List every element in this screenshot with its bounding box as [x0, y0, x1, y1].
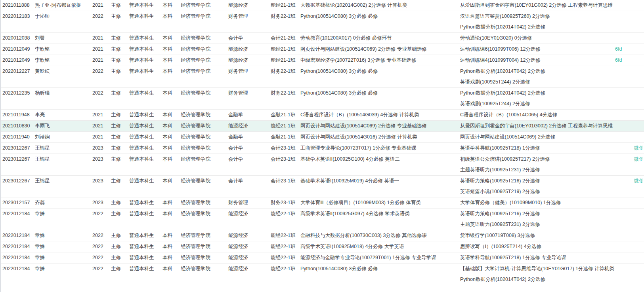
table-row[interactable]: 2023012267 王锦星 2023 主修 普通本科生 本科 经济管理学院 会… — [1, 154, 644, 176]
note-link[interactable]: 微信 — [610, 143, 642, 154]
grade-year-cell: 2023 — [92, 143, 111, 154]
table-row[interactable]: 2021011940 刘靖娴 2021 主修 普通本科生 本科 经济管理学院 金… — [1, 132, 644, 143]
table-row[interactable]: 2023012157 齐蕊 2023 主修 普通本科生 本科 经济管理学院 财务… — [1, 197, 644, 209]
education-level-cell: 本科 — [162, 230, 181, 241]
original-course-cell: Python(100514C080) 3分必修 必修 — [300, 66, 460, 77]
class-name-cell: 金融21-1班 — [271, 110, 300, 120]
student-id-cell: 2023012267 — [1, 176, 35, 186]
study-type-cell: 主修 — [111, 209, 129, 219]
student-category-cell: 普通本科生 — [129, 44, 162, 55]
major-cell: 财务管理 — [228, 197, 271, 208]
replacement-course-cell: 英语学科导航(100925T218) 1分选修 — [460, 143, 610, 154]
study-type-cell: 主修 — [111, 110, 129, 120]
major-cell: 财务管理 — [228, 66, 271, 77]
study-type-cell: 主修 — [111, 33, 129, 44]
original-course-cell: C语言程序设计（B）(100514G039) 4分选修 计算机类 — [300, 110, 460, 120]
education-level-cell: 本科 — [162, 44, 181, 55]
replacement-course-line: 思辨读写（Ⅰ）(100925T214) 4分选修 — [460, 241, 610, 252]
table-row[interactable]: 2021011888 热子亚·阿布都瓦依提 2021 主修 普通本科生 本科 经… — [1, 0, 644, 11]
note-link[interactable]: 6fd — [610, 55, 642, 66]
replacement-course-line: Python数据分析(102014T042) 2分选修 — [460, 88, 610, 99]
table-row[interactable]: 2022012184 章姝 2022 主修 普通本科生 本科 经济管理学院 能源… — [1, 252, 644, 264]
education-level-cell: 本科 — [162, 66, 181, 77]
table-row[interactable]: 2022012183 于沁晅 2022 主修 普通本科生 本科 经济管理学院 财… — [1, 11, 644, 33]
grade-year-cell: 2022 — [92, 230, 111, 241]
table-row[interactable]: 2022012184 章姝 2022 主修 普通本科生 本科 经济管理学院 能源… — [1, 209, 644, 230]
note-link[interactable]: 微信 — [610, 176, 642, 186]
replacement-course-cell: 英语学科导航(100925T218) 1分选修 专业导论课 — [460, 252, 610, 263]
student-category-cell: 普通本科生 — [129, 241, 162, 252]
grade-year-cell: 2021 — [92, 55, 111, 66]
note-link[interactable]: 微信 — [610, 154, 642, 165]
table-row[interactable]: 2020012038 刘謦 2021 主修 普通本科生 本科 经济管理学院 会计… — [1, 33, 644, 44]
replacement-course-line: 大学体育必修（健美）(101099M010) 1分选修 — [460, 197, 610, 208]
replacement-course-cell: Python数据分析(102014T042) 2分选修英语戏剧(100925T2… — [460, 88, 610, 109]
table-row[interactable]: 2023012267 王锦星 2023 主修 普通本科生 本科 经济管理学院 会… — [1, 176, 644, 197]
major-cell: 会计学 — [228, 143, 271, 154]
major-cell: 财务管理 — [228, 88, 271, 99]
original-course-cell: 大数据基础概论(102014G002) 2分选修 计算机类 — [300, 0, 460, 11]
grade-year-cell: 2023 — [92, 176, 111, 186]
student-category-cell: 普通本科生 — [129, 264, 162, 274]
grade-year-cell: 2022 — [92, 88, 111, 99]
replacement-course-line: 主题英语听力(100925T231) 2分选修 — [460, 165, 610, 175]
replacement-course-cell: 汉语名篇语言鉴赏(100925T260) 2分选修Python数据分析(1020… — [460, 11, 610, 32]
table-row[interactable]: 2023012267 王锦星 2023 主修 普通本科生 本科 经济管理学院 会… — [1, 143, 644, 154]
class-name-cell: 会计21-2班 — [271, 33, 300, 44]
replacement-course-cell: 从爱因斯坦到霍金的宇宙(10EY01G002) 2分选修 工程素养与计算思维 — [460, 0, 610, 11]
study-type-cell: 主修 — [111, 264, 129, 274]
college-cell: 经济管理学院 — [181, 33, 228, 44]
college-cell: 经济管理学院 — [181, 241, 228, 252]
replacement-course-cell: C语言程序设计（B）(100514C065) 4分选修 — [460, 110, 610, 120]
table-row[interactable]: 2021012049 李欣铭 2021 主修 普通本科生 本科 经济管理学院 能… — [1, 44, 644, 55]
replacement-course-line: Python数据分析(102014T042) 2分选修 — [460, 66, 610, 77]
college-cell: 经济管理学院 — [181, 143, 228, 154]
study-type-cell: 主修 — [111, 176, 129, 186]
major-cell: 能源经济 — [228, 209, 271, 219]
study-type-cell: 主修 — [111, 44, 129, 55]
table-row[interactable]: 2021011948 李亮 2021 主修 普通本科生 本科 经济管理学院 金融… — [1, 110, 644, 121]
original-course-cell: 中级宏观经济学(100722T016) 3分选修 专业基础选修 — [300, 55, 460, 66]
replacement-course-cell: 英语听力策略(100925T216) 2分选修主题英语听力(100925T231… — [460, 209, 610, 230]
education-level-cell: 本科 — [162, 33, 181, 44]
replacement-course-line: 英语戏剧(100925T244) 2分选修 — [460, 77, 610, 87]
table-row[interactable]: 2022012227 黄晗纭 2022 主修 普通本科生 本科 经济管理学院 财… — [1, 66, 644, 88]
table-row[interactable]: 2021010830 李雨飞 2021 主修 普通本科生 本科 经济管理学院 能… — [1, 121, 644, 132]
study-type-cell: 主修 — [111, 197, 129, 208]
table-row[interactable]: 2022012184 章姝 2022 主修 普通本科生 本科 经济管理学院 能源… — [1, 241, 644, 252]
student-id-cell: 2021011940 — [1, 132, 35, 142]
student-id-cell: 2023012267 — [1, 154, 35, 165]
education-level-cell: 本科 — [162, 11, 181, 22]
table-row[interactable]: 2021012049 李欣铭 2021 主修 普通本科生 本科 经济管理学院 能… — [1, 55, 644, 66]
original-course-cell: 高级学术英语Ⅰ(100925M018) 4分必修 大学英语 — [300, 241, 460, 252]
replacement-course-line: 网页设计与网站建设(100514C069) 2分选修 — [460, 132, 610, 142]
replacement-course-cell: 从爱因斯坦到霍金的宇宙(10EY01G002) 2分选修 工程素养与计算思维 — [460, 121, 610, 131]
original-course-cell: Python(100514C080) 3分必修 必修 — [300, 264, 460, 274]
student-id-cell: 2022012184 — [1, 264, 35, 274]
student-id-cell: 2021011888 — [1, 0, 35, 11]
student-category-cell: 普通本科生 — [129, 230, 162, 241]
study-type-cell: 主修 — [111, 230, 129, 241]
student-category-cell: 普通本科生 — [129, 88, 162, 99]
college-cell: 经济管理学院 — [181, 44, 228, 55]
original-course-cell: 能源经济与金融学专业导论(100729T001) 1分选修 专业导学课 — [300, 252, 460, 263]
table-row[interactable]: 2022012235 杨昕曈 2022 主修 普通本科生 本科 经济管理学院 财… — [1, 88, 644, 110]
replacement-course-cell: 运动训练课4(101099T004) 12分选修 — [460, 55, 610, 66]
student-category-cell: 普通本科生 — [129, 110, 162, 120]
major-cell: 能源经济 — [228, 252, 271, 263]
replacement-course-line: Python数据分析(102014T042) 2分选修 — [460, 22, 610, 32]
student-category-cell: 普通本科生 — [129, 209, 162, 219]
major-cell: 能源经济 — [228, 55, 271, 66]
student-category-cell: 普通本科生 — [129, 66, 162, 77]
student-category-cell: 普通本科生 — [129, 197, 162, 208]
student-name-cell: 王锦星 — [35, 143, 92, 154]
class-name-cell: 能经21-1班 — [271, 55, 300, 66]
replacement-course-cell: 英语听力策略(100925T216) 2分选修英语短篇小说(100925T219… — [460, 176, 610, 197]
table-row[interactable]: 2022012184 章姝 2022 主修 普通本科生 本科 经济管理学院 能源… — [1, 264, 644, 285]
replacement-course-cell: 网页设计与网站建设(100514C069) 2分选修 — [460, 132, 610, 142]
college-cell: 经济管理学院 — [181, 176, 228, 186]
table-row[interactable]: 2022012184 章姝 2022 主修 普通本科生 本科 经济管理学院 能源… — [1, 230, 644, 241]
note-link[interactable]: 6fd — [610, 44, 642, 55]
replacement-course-line: 从爱因斯坦到霍金的宇宙(10EY01G002) 2分选修 工程素养与计算思维 — [460, 121, 610, 131]
replacement-course-line: 劳动通论(10EY01G020) 0分选修 — [460, 33, 610, 44]
